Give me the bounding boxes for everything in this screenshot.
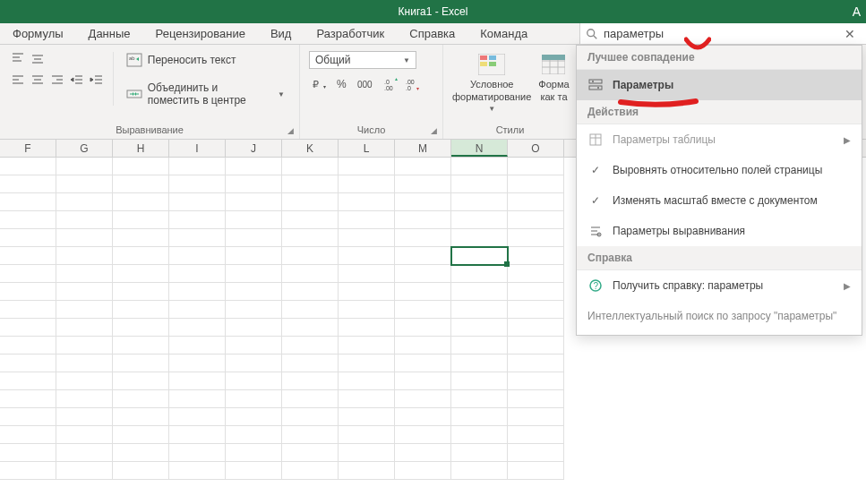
cell[interactable] (508, 193, 564, 211)
cell[interactable] (169, 229, 226, 247)
cell[interactable] (282, 319, 339, 337)
cell[interactable] (508, 301, 564, 319)
cell[interactable] (226, 247, 282, 265)
cell[interactable] (169, 372, 226, 390)
cell[interactable] (395, 426, 451, 444)
cell[interactable] (113, 444, 169, 462)
conditional-formatting-button[interactable]: Условное форматирование ▼ (449, 48, 535, 113)
cell[interactable] (282, 444, 339, 462)
cell[interactable] (226, 355, 282, 372)
cell[interactable] (451, 408, 508, 426)
cell[interactable] (113, 355, 169, 372)
cell[interactable] (113, 158, 169, 175)
cell[interactable] (282, 211, 339, 229)
cell[interactable] (339, 355, 395, 372)
action-table-parameters[interactable]: Параметры таблицы ▶ (577, 124, 862, 155)
cell[interactable] (339, 462, 395, 480)
cell[interactable] (0, 337, 56, 355)
cell[interactable] (226, 372, 282, 390)
cell[interactable] (339, 319, 395, 337)
cell[interactable] (451, 462, 508, 480)
cell[interactable] (113, 265, 169, 283)
cell[interactable] (451, 337, 508, 355)
cell[interactable] (395, 211, 451, 229)
comma-format-icon[interactable]: 000 (356, 75, 379, 93)
cell[interactable] (395, 390, 451, 408)
cell[interactable] (56, 337, 113, 355)
cell[interactable] (451, 319, 508, 337)
column-header[interactable]: L (339, 140, 395, 157)
smart-lookup-footer[interactable]: Интеллектуальный поиск по запросу "парам… (577, 301, 862, 335)
cell[interactable] (226, 301, 282, 319)
cell[interactable] (395, 247, 451, 265)
tab-formulas[interactable]: Формулы (0, 23, 76, 44)
cell[interactable] (282, 229, 339, 247)
cell[interactable] (282, 158, 339, 175)
cell[interactable] (169, 390, 226, 408)
decrease-decimal-icon[interactable]: .00.0 (404, 75, 422, 93)
cell[interactable] (0, 283, 56, 301)
align-top-icon[interactable] (9, 50, 27, 68)
cell[interactable] (56, 283, 113, 301)
cell[interactable] (451, 211, 508, 229)
cell[interactable] (113, 372, 169, 390)
cell[interactable] (395, 175, 451, 193)
cell[interactable] (451, 193, 508, 211)
cell[interactable] (339, 301, 395, 319)
cell[interactable] (395, 372, 451, 390)
cell[interactable] (395, 408, 451, 426)
cell[interactable] (508, 265, 564, 283)
cell[interactable] (395, 444, 451, 462)
cell[interactable] (0, 247, 56, 265)
cell[interactable] (226, 337, 282, 355)
cell[interactable] (169, 408, 226, 426)
cell[interactable] (169, 265, 226, 283)
cell[interactable] (451, 283, 508, 301)
cell[interactable] (282, 247, 339, 265)
cell[interactable] (282, 390, 339, 408)
cell[interactable] (508, 229, 564, 247)
cell[interactable] (113, 193, 169, 211)
cell[interactable] (56, 158, 113, 175)
cell[interactable] (339, 372, 395, 390)
cell[interactable] (0, 426, 56, 444)
tab-team[interactable]: Команда (467, 23, 540, 44)
cell[interactable] (56, 301, 113, 319)
cell[interactable] (56, 229, 113, 247)
cell[interactable] (113, 426, 169, 444)
tab-data[interactable]: Данные (76, 23, 143, 44)
cell[interactable] (395, 229, 451, 247)
cell[interactable] (169, 211, 226, 229)
cell[interactable] (169, 444, 226, 462)
cell[interactable] (508, 372, 564, 390)
cell[interactable] (508, 426, 564, 444)
cell[interactable] (339, 408, 395, 426)
align-right-icon[interactable] (48, 72, 66, 90)
cell[interactable] (282, 337, 339, 355)
cell[interactable] (339, 229, 395, 247)
cell[interactable] (226, 158, 282, 175)
cell[interactable] (395, 158, 451, 175)
cell[interactable] (226, 175, 282, 193)
align-center-icon[interactable] (29, 72, 47, 90)
cell[interactable] (282, 301, 339, 319)
cell[interactable] (282, 462, 339, 480)
cell[interactable] (0, 390, 56, 408)
wrap-text-button[interactable]: ab Переносить текст (121, 50, 290, 70)
cell[interactable] (508, 247, 564, 265)
cell[interactable] (226, 444, 282, 462)
cell[interactable] (56, 211, 113, 229)
cell[interactable] (339, 444, 395, 462)
cell[interactable] (451, 301, 508, 319)
cell[interactable] (0, 229, 56, 247)
cell[interactable] (113, 283, 169, 301)
column-header[interactable]: M (395, 140, 451, 157)
cell[interactable] (508, 158, 564, 175)
percent-format-icon[interactable]: % (334, 75, 352, 93)
cell[interactable] (169, 193, 226, 211)
cell[interactable] (113, 301, 169, 319)
cell[interactable] (169, 158, 226, 175)
cell[interactable] (113, 408, 169, 426)
cell[interactable] (113, 390, 169, 408)
search-input[interactable] (598, 27, 839, 40)
